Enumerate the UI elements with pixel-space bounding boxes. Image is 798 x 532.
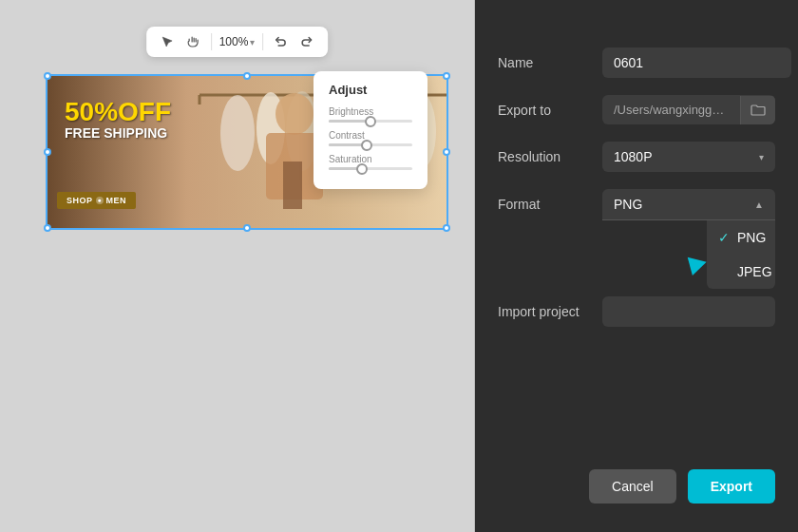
brightness-thumb[interactable] <box>365 116 376 127</box>
saturation-thumb[interactable] <box>356 163 368 175</box>
format-chevron-up: ▲ <box>754 200 764 210</box>
zoom-control[interactable]: 100% ▾ <box>219 35 256 48</box>
format-option-png[interactable]: ✓ PNG <box>707 220 775 255</box>
undo-button[interactable] <box>271 32 290 51</box>
format-dropdown-menu: ✓ PNG ✓ JPEG <box>707 220 775 289</box>
sale-text-50: 50%OFF <box>65 99 171 125</box>
svg-point-10 <box>276 93 314 135</box>
export-to-label: Export to <box>498 103 602 118</box>
contrast-thumb[interactable] <box>361 140 372 151</box>
hand-tool-icon[interactable] <box>184 32 203 51</box>
export-settings: Name Export to /Users/wangxingguo/... Re… <box>475 0 798 367</box>
resolution-value: 1080P <box>614 149 652 164</box>
resolution-label: Resolution <box>498 149 602 164</box>
export-to-row: Export to /Users/wangxingguo/... <box>498 95 775 124</box>
resolution-row: Resolution 1080P ▾ <box>498 142 775 172</box>
format-select[interactable]: PNG ▲ <box>602 189 775 220</box>
import-project-label: Import project <box>498 304 602 319</box>
format-label: Format <box>498 189 602 212</box>
zoom-chevron: ▾ <box>250 37 255 48</box>
svg-rect-12 <box>283 162 302 209</box>
folder-browse-button[interactable] <box>740 96 775 124</box>
saturation-slider[interactable] <box>329 167 412 170</box>
import-project-toggle[interactable] <box>602 296 775 327</box>
toolbar: 100% ▾ <box>146 27 329 57</box>
export-path-field: /Users/wangxingguo/... <box>602 95 775 124</box>
toolbar-divider2 <box>262 33 263 50</box>
import-project-row: Import project <box>498 296 775 327</box>
contrast-row: Contrast <box>329 130 412 146</box>
contrast-slider[interactable] <box>329 143 412 146</box>
adjust-panel: Adjust Brightness Contrast Saturation <box>314 71 428 189</box>
brightness-slider[interactable] <box>329 120 412 123</box>
shop-text-2: MEN <box>106 196 127 205</box>
saturation-row: Saturation <box>329 154 412 170</box>
bottom-buttons: Cancel Export <box>589 469 775 504</box>
toolbar-divider <box>211 33 212 50</box>
saturation-label: Saturation <box>329 154 412 164</box>
format-dropdown-container: PNG ▲ ✓ PNG ✓ JPEG <box>602 189 775 220</box>
resolution-select[interactable]: 1080P ▾ <box>602 142 775 172</box>
svg-point-3 <box>220 95 255 171</box>
format-row: Format PNG ▲ ✓ PNG ✓ JPEG <box>498 189 775 220</box>
export-path-value: /Users/wangxingguo/... <box>602 95 740 124</box>
redo-button[interactable] <box>297 32 316 51</box>
format-value: PNG <box>614 197 642 212</box>
name-row: Name <box>498 48 775 78</box>
zoom-value: 100% <box>219 35 249 48</box>
name-input[interactable] <box>602 48 791 78</box>
cancel-button[interactable]: Cancel <box>589 469 676 504</box>
resolution-chevron: ▾ <box>759 152 764 162</box>
sale-banner: 50%OFF FREE SHIPPING <box>57 95 179 145</box>
no-check-spacer: ✓ <box>718 264 730 279</box>
contrast-label: Contrast <box>329 130 412 141</box>
name-label: Name <box>498 55 602 70</box>
shop-text: SHOP <box>66 196 93 205</box>
check-icon: ✓ <box>718 230 730 245</box>
sale-text-free: FREE SHIPPING <box>65 125 171 142</box>
canvas-area: 100% ▾ <box>0 0 475 532</box>
export-button[interactable]: Export <box>688 469 775 504</box>
shop-button: SHOP ● MEN <box>57 192 136 209</box>
right-panel: Name Export to /Users/wangxingguo/... Re… <box>475 0 798 532</box>
png-label: PNG <box>737 230 766 245</box>
format-option-jpeg[interactable]: ✓ JPEG <box>707 255 775 289</box>
jpeg-label: JPEG <box>737 264 772 279</box>
shop-logo-icon: ● <box>96 197 104 204</box>
adjust-title: Adjust <box>329 83 412 97</box>
cursor-tool-icon[interactable] <box>158 32 177 51</box>
brightness-row: Brightness <box>329 106 412 123</box>
